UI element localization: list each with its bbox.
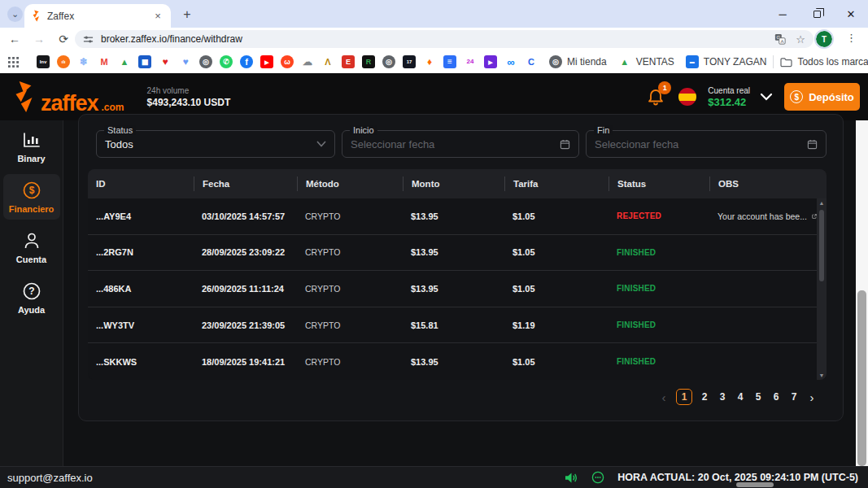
tradingview-icon[interactable]: 17 [403,55,416,68]
cell-fecha: 26/09/2025 11:11:24 [194,284,297,294]
zaffex-logo[interactable]: zaffex .com [11,81,124,113]
all-bookmarks-button[interactable]: Todos los marcadores [780,56,868,68]
investing-icon[interactable]: ılı [57,55,70,68]
pagination-page-4[interactable]: 4 [735,391,746,403]
translate-icon[interactable]: GA [774,33,786,45]
table-scrollbar-thumb[interactable] [819,210,824,281]
pagination-page-1[interactable]: 1 [676,389,692,405]
pagination-page-3[interactable]: 3 [717,391,728,403]
checkered-icon[interactable]: ▦ [138,55,151,68]
pagination: ‹1234567› [658,389,818,405]
inv-icon[interactable]: Inv [37,55,50,68]
heart-red-icon[interactable]: ♥ [159,55,172,68]
calendar-icon[interactable] [560,139,570,150]
sidebar-item-binary[interactable]: Binary [3,125,60,169]
end-date-input[interactable]: Fin Seleccionar fecha [586,130,827,158]
speaker-icon[interactable] [565,472,578,484]
page-scrollbar-thumb[interactable] [857,290,866,466]
apps-grid-icon[interactable] [8,57,19,68]
video-purple-icon[interactable]: ▶ [484,55,497,68]
chrome-menu-icon[interactable]: ⋮ [846,32,857,44]
reload-button[interactable]: ⟳ [54,33,73,46]
folder-icon [780,57,792,68]
docs-blue-icon[interactable]: ≡ [443,55,456,68]
cloud-icon[interactable]: ☁ [301,55,314,68]
horizontal-scrollbar-thumb[interactable] [736,482,774,487]
bookmark-tony-zagan[interactable]: ▬TONY ZAGAN [686,55,767,68]
table-row[interactable]: ...2RG7N28/09/2025 23:09:22CRYPTO$13.95$… [88,235,817,272]
e-red-icon[interactable]: E [342,55,355,68]
back-button[interactable]: ← [5,33,24,46]
deposit-button[interactable]: $ Depósito [784,83,860,111]
pagination-page-5[interactable]: 5 [752,391,764,403]
tab-search-button[interactable]: ⌄ [7,7,23,22]
table-row[interactable]: ...AY9E403/10/2025 14:57:57CRYPTO$13.95$… [88,198,817,235]
status-filter-value: Todos [105,138,316,150]
table-row[interactable]: ...486KA26/09/2025 11:11:24CRYPTO$13.95$… [88,271,817,307]
globe-1-icon[interactable]: ◎ [199,55,212,68]
sidebar-item-label: Ayuda [18,305,45,315]
globe-2-icon[interactable]: ◎ [382,55,395,68]
sidebar-item-financiero[interactable]: $Financiero [3,174,60,220]
window-close-button[interactable]: ✕ [834,0,868,28]
whatsapp-icon[interactable]: ✆ [220,55,233,68]
svg-text:?: ? [28,285,34,297]
account-balance: $312.42 [708,96,750,108]
play24-icon[interactable]: 24 [464,55,477,68]
calendar-icon[interactable] [807,139,818,150]
table-row[interactable]: ...SKKWS18/09/2025 19:41:21CRYPTO$13.95$… [88,343,817,380]
language-flag-icon[interactable] [678,88,696,106]
status-filter-select[interactable]: Status Todos [96,130,335,158]
scroll-down-icon[interactable]: ▼ [819,373,825,378]
pagination-prev[interactable]: ‹ [658,390,670,404]
pagination-page-7[interactable]: 7 [788,391,800,403]
table-scrollbar[interactable]: ▲ ▼ [817,198,827,380]
address-bar[interactable]: broker.zaffex.io/finance/withdraw GA ☆ [75,30,813,48]
gmail-icon[interactable]: M [98,55,111,68]
snowflake-icon[interactable]: ❄ [77,55,90,68]
site-info-icon[interactable] [83,34,94,45]
support-email[interactable]: support@zaffex.io [7,472,93,484]
account-selector[interactable]: Cuenta real $312.42 [708,86,750,108]
r-green-icon[interactable]: R [362,55,375,68]
cell-metodo: CRYPTO [297,320,403,330]
notifications-button[interactable]: 1 [646,86,667,107]
page-scrollbar[interactable] [856,120,868,466]
google-drive-icon[interactable]: ▲ [118,55,131,68]
chevron-down-icon[interactable] [760,93,773,101]
bookmark-mi-tienda[interactable]: ◎Mi tienda [549,55,607,68]
rappi-icon[interactable]: ω [281,55,294,68]
heart-blue-icon[interactable]: ♥ [179,55,192,68]
meta-icon[interactable]: ∞ [504,55,517,68]
flame-icon[interactable]: ♦ [423,55,436,68]
pagination-next[interactable]: › [806,390,818,404]
chart-icon [23,133,41,149]
table-row[interactable]: ...WY3TV23/09/2025 21:39:05CRYPTO$15.81$… [88,307,817,344]
derrick-icon[interactable]: Λ [321,55,334,68]
new-tab-button[interactable]: + [179,7,195,23]
column-header-status: Status [608,176,709,191]
chat-icon[interactable] [591,471,604,484]
cell-obs[interactable]: Your account has bee... [709,211,817,221]
window-restore-button[interactable] [800,0,834,28]
status-badge: FINISHED [608,248,709,257]
url-text[interactable]: broker.zaffex.io/finance/withdraw [101,33,765,45]
start-date-input[interactable]: Inicio Seleccionar fecha [342,130,579,158]
pagination-page-6[interactable]: 6 [770,391,782,403]
tab-close-icon[interactable]: × [151,10,164,23]
c-blue-icon[interactable]: C [525,55,538,68]
scroll-up-icon[interactable]: ▲ [819,200,825,206]
browser-toolbar: ← → ⟳ broker.zaffex.io/finance/withdraw … [0,28,868,50]
profile-avatar[interactable]: T [816,31,832,47]
sidebar-item-cuenta[interactable]: Cuenta [3,224,60,270]
browser-tab[interactable]: Zaffex × [24,4,171,28]
sidebar-item-ayuda[interactable]: ?Ayuda [3,275,60,320]
youtube-icon[interactable]: ▶ [260,55,273,68]
bookmark-star-icon[interactable]: ☆ [796,33,805,46]
pagination-page-2[interactable]: 2 [699,391,710,403]
forward-button[interactable]: → [29,33,49,46]
bookmark-ventas[interactable]: ▲VENTAS [618,55,674,68]
column-header-fecha: Fecha [194,176,297,191]
window-minimize-button[interactable]: ─ [765,0,800,28]
facebook-icon[interactable]: f [240,55,253,68]
